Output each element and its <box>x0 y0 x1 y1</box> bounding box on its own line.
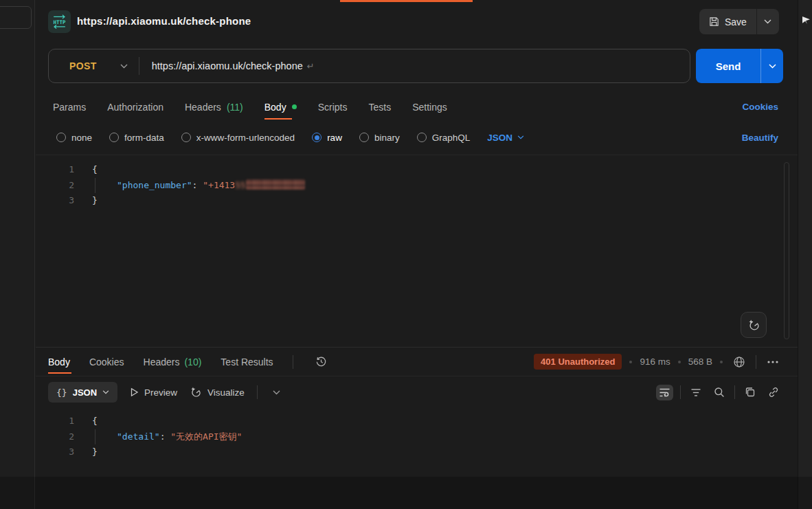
chevron-down-icon <box>120 64 128 69</box>
tab-scripts[interactable]: Scripts <box>318 91 348 122</box>
beautify-link[interactable]: Beautify <box>742 133 778 143</box>
send-button[interactable]: Send <box>696 49 760 83</box>
send-options-button[interactable] <box>760 49 783 83</box>
left-sidebar-strip <box>0 0 35 509</box>
return-key-icon: ↵ <box>307 61 315 71</box>
divider <box>680 385 681 399</box>
radio-icon <box>109 133 119 142</box>
sidebar-partial-tab[interactable] <box>0 6 32 29</box>
line-number: 2 <box>36 429 74 445</box>
response-panel: Body Cookies Headers (10) Test Results <box>36 347 798 509</box>
radio-form-data[interactable]: form-data <box>109 133 164 143</box>
code-line: 1 { <box>36 414 798 429</box>
radio-x-www-form-urlencoded[interactable]: x-www-form-urlencoded <box>181 133 295 143</box>
request-tabs: Params Authorization Headers (11) Body S… <box>36 91 798 122</box>
url-input[interactable]: https://api.xiaomu.uk/check-phone↵ <box>152 60 315 71</box>
tab-headers[interactable]: Headers (11) <box>185 91 243 122</box>
radio-none[interactable]: none <box>56 133 92 143</box>
active-tab-underline <box>48 372 71 374</box>
response-more-options-button[interactable] <box>764 357 782 367</box>
code-line: 3 } <box>36 193 798 209</box>
app-window: HTTP https://api.xiaomu.uk/check-phone S… <box>0 0 812 509</box>
right-edge-strip <box>798 0 812 509</box>
visualize-sparkle-icon <box>190 386 202 398</box>
line-number: 1 <box>36 414 74 429</box>
url-value: https://api.xiaomu.uk/check-phone <box>152 60 303 71</box>
tab-body[interactable]: Body <box>264 91 297 122</box>
filter-button[interactable] <box>688 385 704 400</box>
divider <box>756 355 756 369</box>
preview-play-icon <box>130 387 139 397</box>
response-format-selector[interactable]: {} JSON <box>48 382 117 403</box>
response-tab-body[interactable]: Body <box>48 348 70 376</box>
line-number: 3 <box>36 444 74 460</box>
radio-raw[interactable]: raw <box>312 133 342 143</box>
response-tab-headers[interactable]: Headers (10) <box>144 348 202 376</box>
response-time[interactable]: 916 ms <box>640 357 670 367</box>
separator-dot <box>629 361 632 363</box>
tab-tests[interactable]: Tests <box>368 91 391 122</box>
search-button[interactable] <box>711 384 728 400</box>
link-icon <box>768 387 779 398</box>
chevron-down-icon <box>764 19 771 24</box>
separator-dot <box>720 361 723 363</box>
code-line: 2 "detail": "无效的API密钥" <box>36 429 798 445</box>
response-tab-test-results[interactable]: Test Results <box>221 348 273 376</box>
editor-scrollbar[interactable] <box>784 162 789 339</box>
http-badge-text: HTTP <box>54 19 66 25</box>
response-body-editor[interactable]: 1 { 2 "detail": "无效的API密钥" 3 } <box>36 408 798 460</box>
postbot-ai-button[interactable] <box>741 312 767 338</box>
status-badge[interactable]: 401 Unauthorized <box>534 354 622 370</box>
radio-binary[interactable]: binary <box>359 133 400 143</box>
chevron-down-icon <box>102 390 109 394</box>
tab-params[interactable]: Params <box>53 91 86 122</box>
line-number: 3 <box>36 193 74 209</box>
visualize-button[interactable]: Visualize <box>190 386 245 398</box>
blurred-digits: 55 <box>235 180 246 190</box>
response-meta: 401 Unauthorized 916 ms 568 B <box>534 348 782 376</box>
postbot-sparkle-icon <box>747 319 760 332</box>
response-tab-cookies[interactable]: Cookies <box>89 348 124 376</box>
response-toolbar-right <box>656 384 782 400</box>
tab-settings[interactable]: Settings <box>412 91 447 122</box>
filter-icon <box>690 388 701 397</box>
radio-graphql[interactable]: GraphQL <box>417 133 471 143</box>
divider <box>257 385 258 399</box>
response-tabs: Body Cookies Headers (10) Test Results <box>36 348 798 376</box>
method-label: POST <box>69 60 97 71</box>
cookies-link[interactable]: Cookies <box>742 91 778 122</box>
response-history-button[interactable] <box>313 353 330 370</box>
tab-authorization[interactable]: Authorization <box>107 91 163 122</box>
json-braces-icon: {} <box>56 387 67 398</box>
redacted-phone-block <box>246 179 305 190</box>
copy-button[interactable] <box>742 384 758 400</box>
ellipsis-icon <box>767 360 779 364</box>
save-button[interactable]: Save <box>699 9 756 34</box>
http-request-icon: HTTP <box>48 10 71 33</box>
save-button-label: Save <box>725 16 747 27</box>
indent-guide <box>95 429 95 444</box>
main-panel: HTTP https://api.xiaomu.uk/check-phone S… <box>36 0 798 509</box>
request-topbar: HTTP https://api.xiaomu.uk/check-phone S… <box>36 0 798 43</box>
radio-icon <box>181 133 191 142</box>
visualize-options-button[interactable] <box>270 387 283 398</box>
line-number: 2 <box>36 178 74 194</box>
network-info-button[interactable] <box>730 353 748 371</box>
request-title: https://api.xiaomu.uk/check-phone <box>77 15 251 27</box>
globe-icon <box>733 356 745 368</box>
language-selector[interactable]: JSON <box>487 133 524 143</box>
request-url-bar: POST https://api.xiaomu.uk/check-phone↵ <box>48 49 690 83</box>
preview-button[interactable]: Preview <box>130 387 177 398</box>
response-size[interactable]: 568 B <box>688 357 712 367</box>
request-body-editor[interactable]: 1 { 2 "phone_number": "+141355 3 } <box>36 155 798 347</box>
code-line: 2 "phone_number": "+141355 <box>36 178 798 194</box>
link-button[interactable] <box>765 384 782 400</box>
wrap-text-button[interactable] <box>656 385 673 400</box>
body-mode-row: none form-data x-www-form-urlencoded raw… <box>36 126 798 149</box>
method-selector[interactable]: POST <box>49 60 139 71</box>
radio-icon <box>417 133 427 142</box>
code-line: 1 { <box>36 162 798 178</box>
code-line: 3 } <box>36 444 798 460</box>
save-options-button[interactable] <box>756 9 779 34</box>
chevron-down-icon <box>517 135 524 139</box>
